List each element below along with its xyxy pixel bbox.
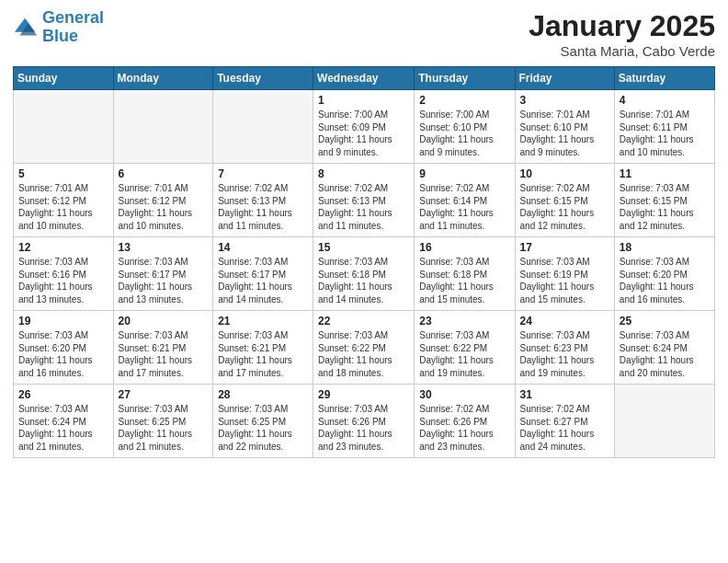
day-info: Sunrise: 7:01 AM Sunset: 6:11 PM Dayligh… [620,109,710,158]
day-number: 25 [620,315,710,327]
calendar-cell [113,90,213,164]
logo-icon [13,15,39,40]
calendar-week-row: 12Sunrise: 7:03 AM Sunset: 6:16 PM Dayli… [14,237,715,311]
calendar-header-day: Sunday [14,67,114,90]
calendar-header-day: Tuesday [213,67,313,90]
day-number: 7 [218,167,308,180]
logo-text: General Blue [42,9,104,46]
calendar-cell [614,385,714,458]
day-info: Sunrise: 7:03 AM Sunset: 6:21 PM Dayligh… [119,329,209,379]
main-title: January 2025 [529,9,715,43]
day-number: 2 [419,94,509,107]
day-number: 11 [620,167,710,180]
day-info: Sunrise: 7:03 AM Sunset: 6:24 PM Dayligh… [620,329,710,379]
day-info: Sunrise: 7:03 AM Sunset: 6:20 PM Dayligh… [18,329,108,379]
day-number: 1 [318,94,409,107]
day-number: 16 [419,241,509,254]
calendar-cell: 4Sunrise: 7:01 AM Sunset: 6:11 PM Daylig… [614,90,714,164]
day-number: 15 [318,241,409,254]
day-number: 20 [119,315,209,327]
day-number: 31 [520,388,609,401]
header: General Blue January 2025 Santa Maria, C… [13,9,715,59]
calendar-header-day: Wednesday [313,67,415,90]
day-info: Sunrise: 7:01 AM Sunset: 6:10 PM Dayligh… [520,109,609,158]
calendar-cell: 10Sunrise: 7:02 AM Sunset: 6:15 PM Dayli… [515,164,614,237]
calendar-cell: 3Sunrise: 7:01 AM Sunset: 6:10 PM Daylig… [515,90,614,164]
calendar-week-row: 1Sunrise: 7:00 AM Sunset: 6:09 PM Daylig… [14,90,715,164]
calendar-cell: 29Sunrise: 7:03 AM Sunset: 6:26 PM Dayli… [313,385,415,458]
day-number: 23 [419,315,509,327]
day-info: Sunrise: 7:02 AM Sunset: 6:15 PM Dayligh… [520,182,609,232]
day-number: 17 [520,241,609,254]
calendar-cell: 19Sunrise: 7:03 AM Sunset: 6:20 PM Dayli… [14,311,114,385]
calendar-week-row: 26Sunrise: 7:03 AM Sunset: 6:24 PM Dayli… [14,385,715,458]
calendar-week-row: 5Sunrise: 7:01 AM Sunset: 6:12 PM Daylig… [14,164,715,237]
day-info: Sunrise: 7:02 AM Sunset: 6:13 PM Dayligh… [318,182,409,232]
day-info: Sunrise: 7:02 AM Sunset: 6:13 PM Dayligh… [218,182,308,232]
calendar-cell [213,90,313,164]
day-number: 9 [419,167,509,180]
day-info: Sunrise: 7:03 AM Sunset: 6:24 PM Dayligh… [18,403,108,453]
day-info: Sunrise: 7:03 AM Sunset: 6:26 PM Dayligh… [318,403,409,453]
day-info: Sunrise: 7:02 AM Sunset: 6:27 PM Dayligh… [520,403,609,453]
calendar-cell: 25Sunrise: 7:03 AM Sunset: 6:24 PM Dayli… [614,311,714,385]
calendar-cell: 30Sunrise: 7:02 AM Sunset: 6:26 PM Dayli… [415,385,515,458]
day-number: 30 [419,388,509,401]
day-info: Sunrise: 7:01 AM Sunset: 6:12 PM Dayligh… [119,182,209,232]
day-info: Sunrise: 7:03 AM Sunset: 6:23 PM Dayligh… [520,329,609,379]
day-info: Sunrise: 7:03 AM Sunset: 6:19 PM Dayligh… [520,256,609,305]
day-number: 13 [119,241,209,254]
calendar-cell: 9Sunrise: 7:02 AM Sunset: 6:14 PM Daylig… [415,164,515,237]
day-info: Sunrise: 7:00 AM Sunset: 6:10 PM Dayligh… [419,109,509,158]
day-number: 5 [18,167,108,180]
day-info: Sunrise: 7:03 AM Sunset: 6:18 PM Dayligh… [318,256,409,305]
day-number: 27 [119,388,209,401]
day-info: Sunrise: 7:03 AM Sunset: 6:20 PM Dayligh… [620,256,710,305]
day-info: Sunrise: 7:00 AM Sunset: 6:09 PM Dayligh… [318,109,409,158]
calendar: SundayMondayTuesdayWednesdayThursdayFrid… [13,66,715,458]
calendar-cell: 11Sunrise: 7:03 AM Sunset: 6:15 PM Dayli… [614,164,714,237]
day-info: Sunrise: 7:03 AM Sunset: 6:22 PM Dayligh… [419,329,509,379]
day-number: 12 [18,241,108,254]
calendar-cell: 22Sunrise: 7:03 AM Sunset: 6:22 PM Dayli… [313,311,415,385]
calendar-cell: 23Sunrise: 7:03 AM Sunset: 6:22 PM Dayli… [415,311,515,385]
day-info: Sunrise: 7:03 AM Sunset: 6:25 PM Dayligh… [119,403,209,453]
calendar-header-day: Thursday [415,67,515,90]
calendar-cell: 26Sunrise: 7:03 AM Sunset: 6:24 PM Dayli… [14,385,114,458]
day-info: Sunrise: 7:03 AM Sunset: 6:16 PM Dayligh… [18,256,108,305]
calendar-cell: 16Sunrise: 7:03 AM Sunset: 6:18 PM Dayli… [415,237,515,311]
calendar-cell: 15Sunrise: 7:03 AM Sunset: 6:18 PM Dayli… [313,237,415,311]
day-info: Sunrise: 7:03 AM Sunset: 6:21 PM Dayligh… [218,329,308,379]
day-info: Sunrise: 7:01 AM Sunset: 6:12 PM Dayligh… [18,182,108,232]
day-number: 10 [520,167,609,180]
day-number: 6 [119,167,209,180]
day-number: 21 [218,315,308,327]
calendar-header-row: SundayMondayTuesdayWednesdayThursdayFrid… [14,67,715,90]
day-number: 4 [620,94,710,107]
calendar-cell: 31Sunrise: 7:02 AM Sunset: 6:27 PM Dayli… [515,385,614,458]
calendar-cell: 21Sunrise: 7:03 AM Sunset: 6:21 PM Dayli… [213,311,313,385]
day-info: Sunrise: 7:02 AM Sunset: 6:26 PM Dayligh… [419,403,509,453]
calendar-cell: 12Sunrise: 7:03 AM Sunset: 6:16 PM Dayli… [14,237,114,311]
calendar-cell [14,90,114,164]
logo: General Blue [13,9,104,46]
logo-line1: General [42,8,104,27]
day-info: Sunrise: 7:03 AM Sunset: 6:22 PM Dayligh… [318,329,409,379]
calendar-header-day: Monday [113,67,213,90]
calendar-week-row: 19Sunrise: 7:03 AM Sunset: 6:20 PM Dayli… [14,311,715,385]
calendar-header-day: Saturday [614,67,714,90]
calendar-cell: 14Sunrise: 7:03 AM Sunset: 6:17 PM Dayli… [213,237,313,311]
calendar-cell: 7Sunrise: 7:02 AM Sunset: 6:13 PM Daylig… [213,164,313,237]
day-info: Sunrise: 7:02 AM Sunset: 6:14 PM Dayligh… [419,182,509,232]
calendar-header-day: Friday [515,67,614,90]
day-number: 26 [18,388,108,401]
title-block: January 2025 Santa Maria, Cabo Verde [529,9,715,59]
calendar-cell: 17Sunrise: 7:03 AM Sunset: 6:19 PM Dayli… [515,237,614,311]
calendar-cell: 20Sunrise: 7:03 AM Sunset: 6:21 PM Dayli… [113,311,213,385]
day-number: 3 [520,94,609,107]
calendar-cell: 24Sunrise: 7:03 AM Sunset: 6:23 PM Dayli… [515,311,614,385]
sub-title: Santa Maria, Cabo Verde [529,43,715,59]
calendar-cell: 8Sunrise: 7:02 AM Sunset: 6:13 PM Daylig… [313,164,415,237]
day-number: 29 [318,388,409,401]
day-number: 14 [218,241,308,254]
